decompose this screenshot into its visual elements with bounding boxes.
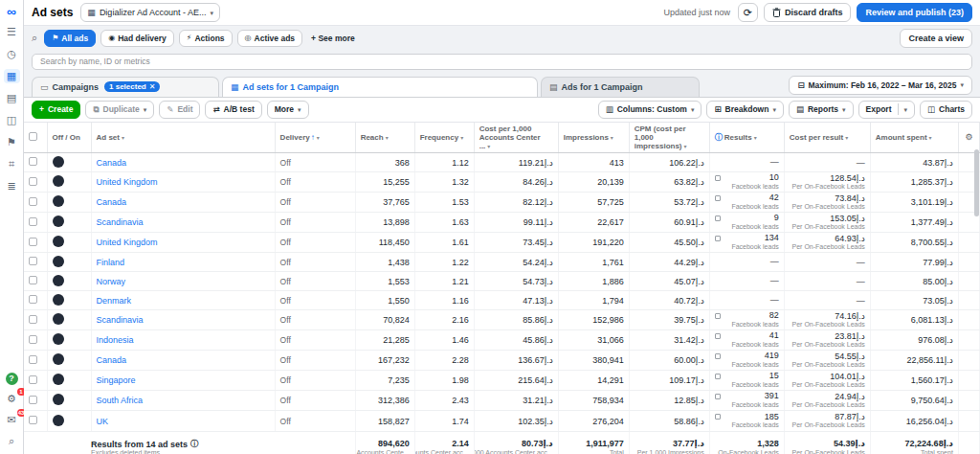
header-off-on[interactable]: Off / On [47, 123, 91, 153]
column-settings-icon[interactable]: ⚙ [965, 132, 972, 142]
adset-name-link[interactable]: South Africa [97, 396, 144, 405]
selected-count-badge[interactable]: 1 selected ✕ [104, 81, 160, 92]
table-row[interactable]: Singapore Off 7,235 1.98 215.64د.إ 14,29… [24, 371, 980, 391]
discard-drafts-button[interactable]: Discard drafts [764, 3, 852, 22]
header-delivery[interactable]: Delivery↑▾ [275, 123, 355, 153]
off-on-toggle[interactable] [53, 374, 64, 385]
off-on-toggle[interactable] [53, 156, 64, 168]
row-checkbox[interactable] [29, 335, 37, 344]
row-checkbox[interactable] [29, 276, 37, 284]
adset-name-link[interactable]: Norway [97, 277, 126, 286]
header-amount-spent[interactable]: Amount spent▾ [870, 123, 958, 153]
adset-name-link[interactable]: Canada [97, 158, 127, 168]
row-checkbox[interactable] [29, 257, 37, 265]
advertising-icon[interactable]: ⚑ [4, 135, 20, 149]
filter-pill-all-ads[interactable]: ⚑All ads [44, 30, 96, 47]
reports-button[interactable]: ▤ Reports ▾ [789, 101, 854, 119]
table-row[interactable]: Denmark Off 1,550 1.16 47.13د.إ 1,794 40… [24, 291, 980, 310]
row-checkbox[interactable] [29, 177, 37, 186]
table-row[interactable]: Indonesia Off 21,285 1.46 45.86د.إ 31,06… [24, 330, 980, 351]
breakdown-button[interactable]: ⊞ Breakdown ▾ [706, 101, 783, 119]
row-checkbox[interactable] [29, 295, 37, 304]
row-checkbox[interactable] [29, 315, 37, 324]
header-cost-per-1000[interactable]: Cost per 1,000 Accounts Center ...▾ [474, 123, 558, 153]
filter-pill-actions[interactable]: ⚡Actions [179, 30, 233, 47]
create-view-button[interactable]: Create a view [900, 29, 972, 48]
billing-icon[interactable]: ≣ [4, 179, 20, 193]
see-more-button[interactable]: + See more [307, 34, 359, 43]
header-cost-per-result[interactable]: Cost per result▾ [784, 123, 870, 153]
meta-logo-icon[interactable]: ∞ [7, 5, 16, 18]
vertical-scrollbar[interactable] [974, 149, 979, 216]
row-checkbox[interactable] [29, 375, 37, 384]
tab-ads[interactable]: ▤ Ads for 1 Campaign [541, 77, 700, 97]
off-on-toggle[interactable] [53, 175, 64, 187]
audiences-icon[interactable]: ◫ [4, 113, 20, 127]
off-on-toggle[interactable] [53, 415, 64, 426]
refresh-button[interactable]: ⟳ [738, 3, 758, 22]
adset-name-link[interactable]: Scandinavia [97, 217, 144, 227]
select-all-checkbox[interactable] [29, 132, 37, 141]
table-row[interactable]: Scandinavia Off 13,898 1.63 99.11د.إ 22,… [24, 213, 980, 233]
header-frequency[interactable]: Frequency▾ [414, 123, 474, 153]
adset-name-link[interactable]: Canada [97, 355, 127, 365]
table-row[interactable]: UK Off 158,827 1.74 102.35د.إ 276,204 58… [24, 411, 980, 431]
search-nav-icon[interactable]: ⌕ [4, 434, 20, 448]
filter-pill-active-ads[interactable]: ◎Active ads [237, 30, 303, 47]
adset-name-link[interactable]: Scandinavia [97, 315, 144, 325]
adset-name-link[interactable]: UK [97, 417, 109, 426]
charts-button[interactable]: ◫ Charts [920, 101, 972, 119]
off-on-toggle[interactable] [53, 394, 64, 405]
table-row[interactable]: United Kingdom Off 118,450 1.61 73.45د.إ… [24, 233, 980, 253]
adset-name-link[interactable]: Finland [97, 258, 125, 267]
adset-name-link[interactable]: Indonesia [97, 335, 134, 345]
row-checkbox[interactable] [29, 396, 37, 404]
header-ad-set[interactable]: Ad set▾ [91, 123, 275, 153]
row-checkbox[interactable] [29, 217, 37, 226]
table-row[interactable]: Canada Off 167,232 2.28 136.67د.إ 380,94… [24, 351, 980, 371]
off-on-toggle[interactable] [53, 216, 64, 227]
close-icon[interactable]: ✕ [149, 82, 156, 91]
search-input[interactable] [32, 54, 972, 70]
row-checkbox[interactable] [29, 238, 37, 246]
off-on-toggle[interactable] [53, 313, 64, 325]
adset-name-link[interactable]: United Kingdom [97, 177, 158, 187]
duplicate-button[interactable]: ⧉ Duplicate ▾ [85, 101, 154, 119]
off-on-toggle[interactable] [53, 236, 64, 247]
export-button[interactable]: Export ▾ [858, 101, 915, 119]
help-icon[interactable]: ? [6, 373, 18, 385]
row-checkbox[interactable] [29, 416, 37, 424]
header-reach[interactable]: Reach▾ [355, 123, 414, 153]
off-on-toggle[interactable] [53, 333, 64, 345]
ads-reporting-icon[interactable]: ▤ [4, 91, 20, 105]
tab-adsets[interactable]: ▦ Ad sets for 1 Campaign [222, 77, 538, 97]
off-on-toggle[interactable] [53, 195, 64, 207]
edit-button[interactable]: ✎ Edit [159, 101, 200, 119]
tools-icon[interactable]: ⌗ [4, 157, 20, 171]
overview-icon[interactable]: ◷ [4, 47, 20, 61]
filter-pill-had-delivery[interactable]: ◉Had delivery [100, 30, 174, 47]
review-publish-button[interactable]: Review and publish (23) [857, 3, 972, 22]
ab-test-button[interactable]: ⇄ A/B test [205, 101, 261, 119]
settings-icon[interactable]: ⚙1 [4, 392, 20, 406]
tab-campaigns[interactable]: ▭ Campaigns 1 selected ✕ [32, 77, 219, 97]
off-on-toggle[interactable] [53, 275, 64, 286]
table-row[interactable]: Finland Off 1,438 1.22 54.24د.إ 1,761 44… [24, 253, 980, 272]
table-row[interactable]: South Africa Off 312,386 2.43 31.21د.إ 7… [24, 391, 980, 411]
row-checkbox[interactable] [29, 157, 37, 166]
notifications-icon[interactable]: ✉43 [4, 413, 20, 427]
adset-name-link[interactable]: United Kingdom [97, 238, 158, 247]
row-checkbox[interactable] [29, 355, 37, 364]
more-button[interactable]: More ▾ [267, 101, 309, 119]
columns-button[interactable]: ▥ Columns: Custom ▾ [598, 101, 702, 119]
table-row[interactable]: Canada Off 368 1.12 119.21د.إ 413 106.22… [24, 153, 980, 172]
off-on-toggle[interactable] [53, 294, 64, 306]
table-row[interactable]: Norway Off 1,553 1.21 54.73د.إ 1,886 45.… [24, 272, 980, 291]
header-impressions[interactable]: Impressions▾ [558, 123, 629, 153]
menu-icon[interactable]: ☰ [4, 25, 20, 39]
create-button[interactable]: + Create [32, 101, 80, 119]
header-results[interactable]: ⓘResults▾ [709, 123, 784, 153]
off-on-toggle[interactable] [53, 256, 64, 267]
date-range-button[interactable]: ⊟ Maximum: Feb 16, 2022 – Mar 16, 2025 ▾ [789, 76, 972, 95]
table-row[interactable]: Canada Off 37,765 1.53 82.12د.إ 57,725 5… [24, 193, 980, 213]
